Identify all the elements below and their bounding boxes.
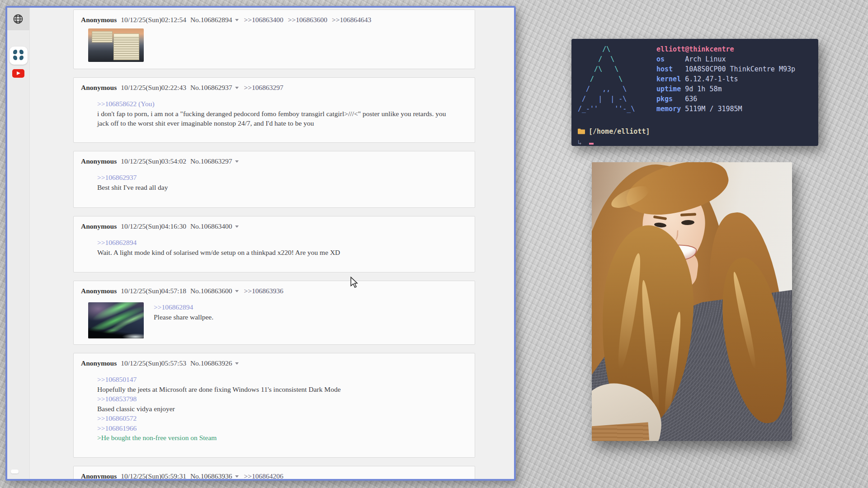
post-greentext: >He bought the non-free version on Steam [97,433,459,443]
post-header: Anonymous10/12/25(Sun)04:16:30No.1068634… [81,222,467,230]
sidebar-bottom-handle[interactable] [11,469,19,474]
post-timestamp: 10/12/25(Sun)05:59:31 [121,472,186,479]
post-card: Anonymous10/12/25(Sun)05:59:31No.1068639… [73,466,475,479]
fetch-key: os [656,54,685,64]
quote-link[interactable]: >>106862894 [154,302,467,312]
mouse-cursor [350,277,358,288]
post-body: >>106862894Please share wallpee. [81,302,467,322]
poster-name: Anonymous [81,472,117,479]
fetch-row: host10A8S0CP00 ThinkCentre M93p [656,64,795,74]
post-card: Anonymous10/12/25(Sun)04:57:18No.1068636… [73,281,475,345]
globe-icon [13,14,24,24]
fetch-key: memory [656,104,685,114]
terminal-cursor [589,143,594,145]
fetch-value: 9d 1h 58m [685,85,722,93]
post-text: Please share wallpee. [154,312,467,322]
post-timestamp: 10/12/25(Sun)02:12:54 [121,16,186,23]
post-number[interactable]: No.106863936 [190,472,232,479]
fetch-key: host [656,64,685,74]
quote-link[interactable]: >>106853798 [97,394,459,404]
quote-link[interactable]: >>106862894 [97,238,459,248]
post-number[interactable]: No.106863926 [190,359,232,367]
post-menu-chevron-icon[interactable] [235,87,239,89]
backlink[interactable]: >>106863297 [244,84,283,91]
poster-name: Anonymous [81,287,117,295]
post-timestamp: 10/12/25(Sun)02:22:43 [121,84,186,91]
sidebar-tab-imageboard[interactable] [9,47,28,65]
backlink[interactable]: >>106863400 [244,16,283,23]
post-image-thumbnail[interactable] [88,28,144,62]
fetch-row: osArch Linux [656,54,795,64]
fetch-row: memory5119M / 31985M [656,104,795,114]
terminal-window[interactable]: /\ / \ /\ \ / \ / ,, \ / | | -\ /_-'' ''… [571,39,818,146]
fetch-info: elliott@thinkcentre osArch Linuxhost10A8… [656,44,795,114]
sidebar-tab-generic[interactable] [7,8,29,30]
fetch-key: pkgs [656,94,685,104]
post-timestamp: 10/12/25(Sun)05:57:53 [121,359,186,367]
post-menu-chevron-icon[interactable] [235,475,239,478]
backlink[interactable]: >>106864206 [244,472,283,479]
terminal-cwd: [/home/elliott] [589,127,650,136]
fetch-row: pkgs636 [656,94,795,104]
fetch-value: 5119M / 31985M [685,105,742,113]
tab-sidebar [7,8,30,479]
backlink[interactable]: >>106864643 [332,16,371,23]
terminal-prompt[interactable]: ↳ [578,137,594,146]
post-image-thumbnail[interactable] [88,302,144,338]
post-body: >>106862894Wait. A light mode kind of so… [81,238,467,257]
post-card: Anonymous10/12/25(Sun)04:16:30No.1068634… [73,216,475,272]
backlink[interactable]: >>106863936 [244,287,283,295]
post-menu-chevron-icon[interactable] [235,290,239,292]
post-timestamp: 10/12/25(Sun)04:57:18 [121,287,186,295]
post-header: Anonymous10/12/25(Sun)05:57:53No.1068639… [81,359,467,367]
post-body: >>106858622 (You)i don't fap to porn, i … [81,99,467,128]
browser-window[interactable]: Anonymous10/12/25(Sun)02:12:54No.1068628… [5,6,516,481]
post-timestamp: 10/12/25(Sun)04:16:30 [121,222,186,230]
quote-link[interactable]: >>106861966 [97,423,459,433]
post-timestamp: 10/12/25(Sun)03:54:02 [121,157,186,165]
poster-name: Anonymous [81,359,117,367]
fetch-value: 636 [685,95,697,103]
terminal-cwd-line: [/home/elliott] [578,127,650,136]
post-text: Hopefully the jeets at Microsoft are don… [97,385,459,394]
post-number[interactable]: No.106863600 [190,287,232,295]
post-text: Best shit I've read all day [97,183,459,192]
backlink[interactable]: >>106863600 [288,16,327,23]
post-body: >>106850147Hopefully the jeets at Micros… [81,375,467,443]
quote-link[interactable]: >>106850147 [97,375,459,385]
post-number[interactable]: No.106862937 [190,84,232,91]
folder-icon [578,128,585,134]
fetch-row: kernel6.12.47-1-lts [656,74,795,84]
arch-ascii-logo: /\ / \ /\ \ / \ / ,, \ / | | -\ /_-'' ''… [578,44,635,114]
thread-view: Anonymous10/12/25(Sun)02:12:54No.1068628… [29,8,514,479]
post-number[interactable]: No.106862894 [190,16,232,23]
poster-name: Anonymous [81,16,117,23]
post-number[interactable]: No.106863297 [190,157,232,165]
post-header: Anonymous10/12/25(Sun)05:59:31No.1068639… [81,472,467,479]
post-header: Anonymous10/12/25(Sun)02:12:54No.1068628… [81,16,467,24]
post-number[interactable]: No.106863400 [190,222,232,230]
post-header: Anonymous10/12/25(Sun)02:22:43No.1068629… [81,84,467,92]
fetch-value: 6.12.47-1-lts [685,75,738,83]
sidebar-tab-youtube[interactable] [12,69,24,78]
poster-name: Anonymous [81,157,117,165]
quote-link[interactable]: >>106858622 (You) [97,99,459,109]
fetch-rows: osArch Linuxhost10A8S0CP00 ThinkCentre M… [656,54,795,114]
fetch-value: Arch Linux [685,55,726,63]
post-card: Anonymous10/12/25(Sun)03:54:02No.1068632… [73,151,475,208]
post-body: >>106862937Best shit I've read all day [81,173,467,192]
post-text: i don't fap to porn, i am not a "fucking… [97,109,459,128]
desktop: Anonymous10/12/25(Sun)02:12:54No.1068628… [0,0,868,488]
quote-link[interactable]: >>106862937 [97,173,459,183]
post-header: Anonymous10/12/25(Sun)04:57:18No.1068636… [81,287,467,295]
post-text: Based classic vidya enjoyer [97,404,459,414]
post-menu-chevron-icon[interactable] [235,225,239,228]
terminal-user-host: elliott@thinkcentre [656,44,795,54]
post-menu-chevron-icon[interactable] [235,19,239,21]
post-menu-chevron-icon[interactable] [235,160,239,163]
post-card: Anonymous10/12/25(Sun)02:12:54No.1068628… [73,9,475,69]
poster-name: Anonymous [81,84,117,91]
photo-viewer-window[interactable] [592,162,792,441]
quote-link[interactable]: >>106860572 [97,413,459,423]
post-menu-chevron-icon[interactable] [235,362,239,365]
